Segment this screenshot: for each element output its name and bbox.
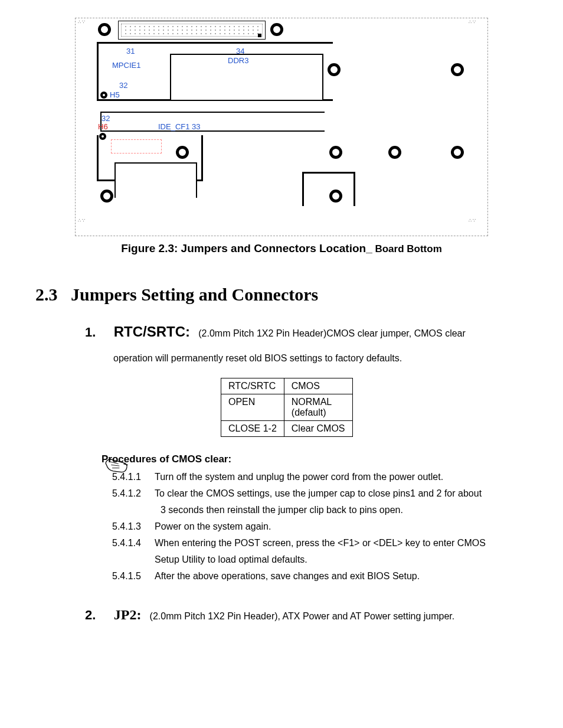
procedure-step-cont: 3 seconds then reinstall the jumper clip… — [112, 502, 528, 518]
step-text: 3 seconds then reinstall the jumper clip… — [155, 502, 528, 518]
outline — [100, 112, 325, 132]
hole-icon — [388, 146, 401, 159]
item-desc: (2.0mm Pitch 1X2 Pin Header)CMOS clear j… — [198, 328, 466, 338]
step-text: Setup Utility to load optimal defaults. — [155, 551, 528, 568]
table-cell: RTC/SRTC — [221, 378, 284, 394]
hole-icon — [451, 63, 464, 76]
procedures-heading: Procedures of CMOS clear: — [102, 453, 528, 465]
section-number: 2.3 — [35, 285, 71, 305]
procedure-step: 5.4.1.5 After the above operations, save… — [112, 568, 528, 585]
small-hole-icon — [100, 92, 107, 99]
item-number: 1. — [85, 321, 111, 344]
table-cell: CMOS — [284, 378, 352, 394]
label-34: 34 — [236, 47, 244, 56]
table-row: OPEN NORMAL (default) — [221, 394, 353, 421]
step-spacer — [112, 502, 155, 518]
table-cell: OPEN — [221, 394, 284, 421]
label-mpcie1: MPCIE1 — [112, 61, 140, 70]
label-idecf: IDE_CF1 33 — [158, 122, 201, 131]
label-h5: H5 — [110, 90, 120, 99]
procedure-step-cont: Setup Utility to load optimal defaults. — [112, 551, 528, 568]
hole-icon — [451, 146, 464, 159]
procedures-list: 5.4.1.1 Turn off the system and unplug t… — [112, 469, 528, 585]
step-text: To clear the CMOS settings, use the jump… — [155, 485, 528, 502]
hole-icon — [270, 23, 283, 36]
hole-icon — [98, 23, 111, 36]
item-jp2: 2. JP2: (2.0mm Pitch 1X2 Pin Header), AT… — [85, 602, 528, 628]
slot — [302, 172, 355, 206]
rtc-table: RTC/SRTC CMOS OPEN NORMAL (default) CLOS… — [221, 378, 353, 437]
table-cell: CLOSE 1-2 — [221, 421, 284, 437]
step-number: 5.4.1.5 — [112, 568, 155, 585]
procedure-step: 5.4.1.2 To clear the CMOS settings, use … — [112, 485, 528, 502]
label-h6: H6 — [98, 122, 108, 131]
table-cell: Clear CMOS — [284, 421, 352, 437]
board-diagram: ∴ ∵ ∴ ∵ ∴ ∵ ∴ ∵ 31 MPCIE1 32 H5 34 DDR3 … — [75, 18, 488, 236]
item-number: 2. — [85, 603, 111, 627]
dashed-region — [111, 139, 162, 154]
procedure-step: 5.4.1.4 When entering the POST screen, p… — [112, 535, 528, 551]
small-hole-icon — [99, 133, 106, 140]
figure-caption-sub: Board Bottom — [372, 243, 442, 254]
step-text: After the above operations, save changes… — [155, 568, 528, 585]
slot — [114, 162, 197, 198]
corner-dots: ∴ ∵ — [469, 218, 485, 234]
step-number: 5.4.1.3 — [112, 518, 155, 535]
section-heading: 2.3Jumpers Setting and Connectors — [35, 285, 528, 305]
procedure-step: 5.4.1.1 Turn off the system and unplug t… — [112, 469, 528, 485]
figure-caption: Figure 2.3: Jumpers and Connectors Locat… — [35, 242, 528, 255]
corner-dots: ∴ ∵ — [469, 19, 485, 36]
item-rtc-srtc: 1. RTC/SRTC: (2.0mm Pitch 1X2 Pin Header… — [85, 319, 528, 437]
table-cell-text: NORMAL — [292, 397, 332, 407]
table-cell: NORMAL (default) — [284, 394, 352, 421]
hole-icon — [100, 190, 113, 203]
corner-dots: ∴ ∵ — [78, 19, 94, 36]
item-name: RTC/SRTC: — [114, 324, 190, 339]
item-name: JP2: — [114, 607, 142, 622]
step-number: 5.4.1.4 — [112, 535, 155, 551]
hole-icon — [329, 146, 342, 159]
step-number: 5.4.1.2 — [112, 485, 155, 502]
label-32b: 32 — [102, 114, 110, 123]
corner-dots: ∴ ∵ — [78, 218, 94, 234]
step-text: Power on the system again. — [155, 518, 528, 535]
item-heading: 1. RTC/SRTC: (2.0mm Pitch 1X2 Pin Header… — [85, 319, 528, 344]
table-cell-text: (default) — [292, 407, 326, 417]
item-heading: 2. JP2: (2.0mm Pitch 1X2 Pin Header), AT… — [85, 602, 528, 628]
label-32: 32 — [119, 81, 127, 90]
top-connector — [118, 21, 266, 40]
label-ddr3: DDR3 — [228, 56, 248, 65]
section-title: Jumpers Setting and Connectors — [71, 285, 318, 304]
table-row: CLOSE 1-2 Clear CMOS — [221, 421, 353, 437]
item-desc: (2.0mm Pitch 1X2 Pin Header), ATX Power … — [150, 611, 455, 621]
table-row: RTC/SRTC CMOS — [221, 378, 353, 394]
step-spacer — [112, 551, 155, 568]
figure-caption-main: Figure 2.3: Jumpers and Connectors Locat… — [121, 242, 372, 254]
item-body: operation will permanently reset old BIO… — [113, 350, 528, 366]
label-31: 31 — [126, 47, 135, 56]
step-text: When entering the POST screen, press the… — [155, 535, 528, 551]
procedure-step: 5.4.1.3 Power on the system again. — [112, 518, 528, 535]
pointing-hand-icon — [104, 453, 130, 479]
step-text: Turn off the system and unplug the power… — [155, 469, 528, 485]
